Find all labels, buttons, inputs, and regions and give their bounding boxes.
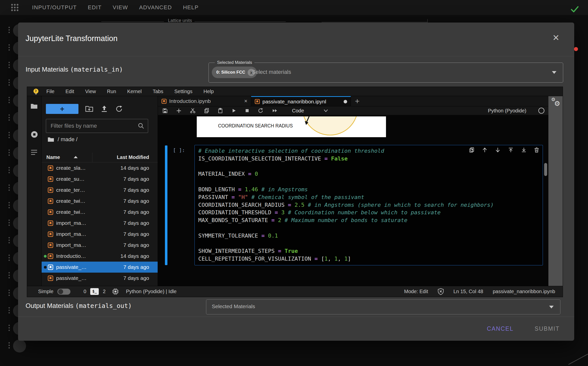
image-caption: COORDINATION SEARCH RADIUS <box>218 123 293 129</box>
new-folder-icon[interactable] <box>85 105 93 112</box>
selected-materials-input[interactable]: Selected Materials 0: Silicon FCC x Sele… <box>209 63 563 83</box>
host-menu-view[interactable]: VIEW <box>113 4 128 11</box>
tab-close-icon[interactable]: × <box>244 98 247 104</box>
submit-button[interactable]: SUBMIT <box>533 325 561 332</box>
file-name: import_ma… <box>56 231 86 237</box>
notebook-content[interactable]: COORDINATION SEARCH RADIUS [ ]: <box>158 115 548 286</box>
file-row[interactable]: create_twi… 7 days ago <box>42 207 158 218</box>
right-sidebar-rail: ⚙⚙ <box>548 96 563 286</box>
run-cell-icon[interactable] <box>231 108 236 113</box>
upload-icon[interactable] <box>101 105 108 113</box>
tab-label: Introduction.ipynb <box>169 98 211 104</box>
trust-shield-icon[interactable] <box>438 288 444 295</box>
code-line: CELL_REPETITIONS_FOR_VISUALIZATION = [1,… <box>198 255 543 263</box>
breadcrumb[interactable]: / made / <box>48 136 77 143</box>
background-panel-edge <box>427 19 428 23</box>
file-row[interactable]: Introductio… 14 days ago <box>42 251 158 262</box>
file-row[interactable]: passivate_… 7 days ago <box>42 262 158 273</box>
insert-cell-above-icon[interactable] <box>508 147 514 153</box>
file-row[interactable]: import_ma… 7 days ago <box>42 218 158 229</box>
property-inspector-icon[interactable]: ⚙⚙ <box>550 97 561 109</box>
host-menu-input-output[interactable]: INPUT/OUTPUT <box>32 4 77 11</box>
running-kernels-icon[interactable] <box>31 131 38 138</box>
host-menu-edit[interactable]: EDIT <box>88 4 102 11</box>
cut-cells-icon[interactable] <box>190 108 195 113</box>
statusbar-right: Mode: Edit Ln 15, Col 48 passivate_nanor… <box>404 288 555 295</box>
table-of-contents-icon[interactable] <box>31 149 38 156</box>
file-row[interactable]: create_twi… 7 days ago <box>42 196 158 207</box>
cancel-button[interactable]: CANCEL <box>485 325 515 332</box>
delete-cell-icon[interactable] <box>534 147 539 153</box>
file-name: Introductio… <box>56 253 86 259</box>
kernel-status-icon[interactable] <box>538 108 544 114</box>
code-cell[interactable]: # Enable interactive selection of coordi… <box>194 145 543 265</box>
cursor-position[interactable]: Ln 15, Col 48 <box>453 289 483 294</box>
jupyter-menu-run[interactable]: Run <box>107 89 116 94</box>
host-menu-help[interactable]: HELP <box>183 4 199 11</box>
host-menu-advanced[interactable]: ADVANCED <box>139 4 172 11</box>
terminal-icon[interactable]: $_ <box>90 288 99 295</box>
jupyter-menu-edit[interactable]: Edit <box>65 89 74 94</box>
check-icon[interactable] <box>570 6 579 13</box>
notebook-file-icon <box>48 187 53 193</box>
file-row[interactable]: import_ma… 7 days ago <box>42 240 158 251</box>
simple-mode-toggle[interactable] <box>57 289 70 295</box>
editor-mode[interactable]: Mode: Edit <box>404 289 428 294</box>
tab-dirty-dot <box>344 100 347 103</box>
insert-cell-below-icon[interactable] <box>521 147 527 153</box>
cell-prompt: [ ]: <box>173 147 185 153</box>
cell-type-select[interactable]: Code <box>292 108 304 114</box>
file-name: passivate_… <box>56 264 86 270</box>
app-grid-icon[interactable] <box>10 3 20 12</box>
file-name: import_ma… <box>56 242 86 248</box>
kernel-status-text[interactable]: Python (Pyodide) | Idle <box>126 289 176 294</box>
file-name: passivate_… <box>56 275 86 281</box>
jupyter-menu-file[interactable]: File <box>46 89 54 94</box>
file-browser-icon[interactable] <box>31 103 38 109</box>
restart-kernel-icon[interactable] <box>258 108 263 113</box>
duplicate-cell-icon[interactable] <box>469 147 474 153</box>
drag-handle-icon <box>9 183 10 192</box>
paste-cells-icon[interactable] <box>218 108 223 113</box>
close-icon[interactable]: × <box>553 32 559 43</box>
drag-handle-icon <box>9 341 10 350</box>
file-modified: 7 days ago <box>123 231 149 237</box>
chevron-down-icon[interactable] <box>552 71 556 74</box>
file-row[interactable]: create_su… 7 days ago <box>42 173 158 185</box>
stop-kernel-icon[interactable] <box>245 108 249 113</box>
dialog-actions: CANCEL SUBMIT <box>18 317 574 341</box>
notebook-tab[interactable]: Introduction.ipynb × <box>158 96 251 106</box>
host-app-menubar: INPUT/OUTPUTEDITVIEWADVANCEDHELP <box>0 0 588 15</box>
add-cell-icon[interactable] <box>176 108 181 113</box>
jupyter-menu-view[interactable]: View <box>85 89 96 94</box>
new-tab-icon[interactable]: + <box>351 97 364 105</box>
save-icon[interactable] <box>162 108 168 113</box>
new-launcher-button[interactable]: + <box>46 104 78 114</box>
file-row[interactable]: create_sla… 14 days ago <box>42 162 158 173</box>
copy-cells-icon[interactable] <box>204 108 209 113</box>
output-materials-select[interactable]: Selected Materials <box>206 299 560 314</box>
file-row[interactable]: create_ter… 7 days ago <box>42 185 158 196</box>
file-row[interactable]: import_ma… 7 days ago <box>42 229 158 240</box>
cell-collapser[interactable] <box>165 145 167 265</box>
jupyter-menu-help[interactable]: Help <box>204 89 214 94</box>
move-cell-up-icon[interactable] <box>482 147 487 153</box>
notebook-file-icon <box>48 264 53 270</box>
code-editor[interactable]: # Enable interactive selection of coordi… <box>198 147 543 263</box>
jupyter-menu-settings[interactable]: Settings <box>174 89 192 94</box>
file-row[interactable]: passivate_… 7 days ago <box>42 273 158 284</box>
move-cell-down-icon[interactable] <box>495 147 501 153</box>
cell-type-chevron-icon[interactable] <box>324 109 328 112</box>
jupyter-menu-kernel[interactable]: Kernel <box>127 89 142 94</box>
notebook-scrollbar[interactable] <box>544 163 547 176</box>
material-chip[interactable]: 0: Silicon FCC x <box>212 67 257 78</box>
notebook-tab[interactable]: passivate_nanoribbon.ipynl × <box>251 96 351 106</box>
jupyter-menu-tabs[interactable]: Tabs <box>153 89 163 94</box>
column-last-modified[interactable]: Last Modified <box>117 154 149 160</box>
jupyter-menu: FileEditViewRunKernelTabsSettingsHelp <box>46 89 214 94</box>
column-name[interactable]: Name <box>46 154 60 160</box>
kernel-name[interactable]: Python (Pyodide) <box>488 108 526 114</box>
restart-run-all-icon[interactable] <box>272 108 278 113</box>
refresh-icon[interactable] <box>115 105 123 113</box>
filter-files-input[interactable] <box>50 119 136 133</box>
